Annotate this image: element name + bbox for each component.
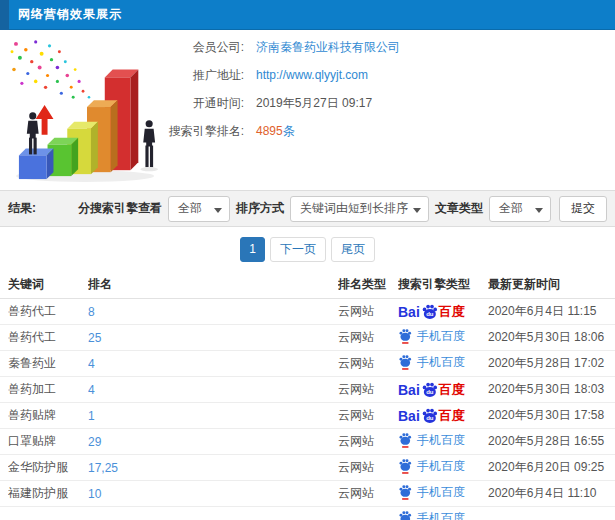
baidu-mobile-logo: 手机百度 [398,458,465,475]
company-link[interactable]: 济南秦鲁药业科技有限公司 [256,39,400,56]
info-row-url: 推广地址: http://www.qlyyjt.com [148,66,608,84]
last-page-button[interactable]: 尾页 [331,237,375,262]
rank-link[interactable]: 4 [88,383,338,397]
table-row: 兽药代工 8 云网站 Bai du 百度 [0,299,615,325]
keyword-cell: 福建防护服 [8,485,88,502]
table-row: Bai du 百度 [0,507,615,520]
mobile-paw-icon [398,484,412,500]
engine-type-cell: Bai du 百度 [398,432,488,452]
member-info: 会员公司: 济南秦鲁药业科技有限公司 推广地址: http://www.qlyy… [148,38,608,150]
sort-select[interactable]: 关键词由短到长排序 [290,196,429,222]
info-row-opened: 开通时间: 2019年5月27日 09:17 [148,94,608,112]
baidu-cn-text: 百度 [439,381,465,399]
baidu-mobile-logo: 手机百度 [398,510,465,520]
submit-button[interactable]: 提交 [559,196,607,222]
sort-selected: 关键词由短到长排序 [300,200,408,217]
baidu-bai-text: Bai [398,304,420,320]
chevron-down-icon [214,208,222,213]
page-1-button[interactable]: 1 [240,237,265,262]
update-time-cell: 2020年5月28日 16:55 [488,433,615,450]
header-rank: 排名 [88,276,338,293]
filter-bar: 结果: 分搜索引擎查看 全部 排序方式 关键词由短到长排序 文章类型 全部 提交 [0,190,615,227]
header-rank-type: 排名类型 [338,276,398,293]
baidu-cn-text: 百度 [439,303,465,321]
rank-link[interactable]: 1 [88,409,338,423]
table-header-row: 关键词 排名 排名类型 搜索引擎类型 最新更新时间 [0,271,615,299]
baidu-bai-text: Bai [398,408,420,424]
engine-rank-value: 4895条 [256,123,295,140]
update-time-cell: 2020年5月28日 17:02 [488,355,615,372]
title-bar-accent [0,0,9,30]
baidu-bai-text: Bai [398,382,420,398]
keyword-cell: 口罩贴牌 [8,433,88,450]
results-section-label: 结果: [8,200,36,217]
baidu-mobile-text: 手机百度 [417,328,465,345]
update-time-cell: 2020年5月30日 18:06 [488,329,615,346]
svg-text:du: du [426,415,434,421]
keyword-cell: 秦鲁药业 [8,355,88,372]
info-row-rank-count: 搜索引擎排名: 4895条 [148,122,608,140]
baidu-mobile-logo: 手机百度 [398,484,465,501]
keyword-cell: 兽药加工 [8,381,88,398]
baidu-mobile-text: 手机百度 [417,510,465,520]
page-title: 网络营销效果展示 [18,6,122,23]
mobile-paw-icon [398,354,412,370]
update-time-cell: 2020年6月4日 11:15 [488,303,615,320]
rank-link[interactable]: 8 [88,305,338,319]
rank-type-cell: 云网站 [338,355,398,372]
rank-link[interactable]: 4 [88,357,338,371]
table-row: 口罩贴牌 29 云网站 Bai du 百度 [0,429,615,455]
rank-link[interactable]: 17,25 [88,461,338,475]
table-row: 兽药加工 4 云网站 Bai du 百度 [0,377,615,403]
header-engine-type: 搜索引擎类型 [398,276,488,293]
rank-type-cell: 云网站 [338,329,398,346]
rank-link[interactable]: 10 [88,487,338,501]
baidu-mobile-logo: 手机百度 [398,432,465,449]
sort-label: 排序方式 [236,200,284,217]
keyword-cell: 兽药贴牌 [8,407,88,424]
svg-text:du: du [426,389,434,395]
engine-type-cell: Bai du 百度 [398,303,488,321]
engine-type-cell: Bai du 百度 [398,407,488,425]
keyword-rank-table: 关键词 排名 排名类型 搜索引擎类型 最新更新时间 兽药代工 8 云网站 Bai [0,271,615,520]
engine-view-select[interactable]: 全部 [168,196,230,222]
pagination: 1 下一页 尾页 [0,237,615,262]
mobile-paw-icon [398,432,412,448]
engine-type-cell: Bai du 百度 [398,484,488,504]
next-page-button[interactable]: 下一页 [270,237,326,262]
update-time-cell: 2020年6月4日 11:10 [488,485,615,502]
baidu-paw-icon: du [421,381,438,398]
up-arrow [36,105,54,135]
rank-count-number: 4895 [256,124,283,138]
baidu-mobile-logo: 手机百度 [398,328,465,345]
growth-chart-svg [5,36,170,184]
rank-type-cell: 云网站 [338,485,398,502]
baidu-pc-logo: Bai du 百度 [398,407,465,425]
table-row: 金华防护服 17,25 云网站 Bai du 百度 [0,455,615,481]
rank-type-cell: 云网站 [338,433,398,450]
mobile-paw-icon [398,458,412,474]
svg-text:du: du [426,311,434,317]
marketing-report-page: 网络营销效果展示 [0,0,615,520]
rank-link[interactable]: 29 [88,435,338,449]
engine-view-label: 分搜索引擎查看 [78,200,162,217]
engine-type-cell: Bai du 百度 [398,328,488,348]
title-bar: 网络营销效果展示 [0,0,615,30]
article-type-selected: 全部 [499,200,523,217]
update-time-cell: 2020年6月20日 09:25 [488,459,615,476]
baidu-paw-icon: du [421,303,438,320]
article-type-select[interactable]: 全部 [489,196,551,222]
header-keyword: 关键词 [8,276,88,293]
rank-type-cell: 云网站 [338,459,398,476]
update-time-cell: 2020年5月30日 17:58 [488,407,615,424]
rank-link[interactable]: 25 [88,331,338,345]
keyword-cell: 金华防护服 [8,459,88,476]
engine-type-cell: Bai du 百度 [398,458,488,478]
promo-url-link[interactable]: http://www.qlyyjt.com [256,68,368,82]
baidu-pc-logo: Bai du 百度 [398,381,465,399]
baidu-mobile-text: 手机百度 [417,458,465,475]
rank-type-cell: 云网站 [338,303,398,320]
rank-count-unit: 条 [283,124,295,138]
engine-view-selected: 全部 [178,200,202,217]
opened-time-label: 开通时间: [148,95,244,112]
